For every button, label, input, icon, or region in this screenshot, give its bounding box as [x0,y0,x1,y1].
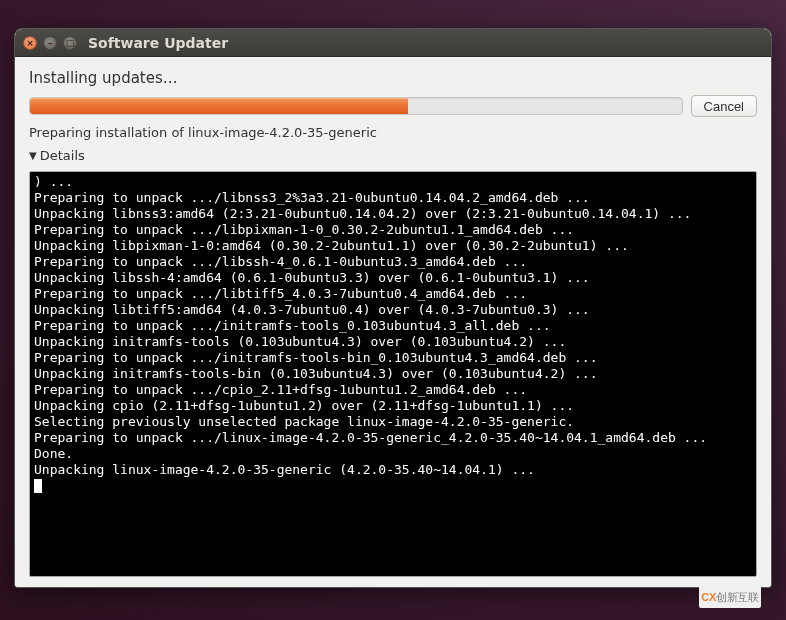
terminal-cursor [34,479,42,493]
content-area: Installing updates… Cancel Preparing ins… [15,57,771,587]
close-icon[interactable]: × [23,36,37,50]
details-label: Details [40,148,85,163]
titlebar[interactable]: × – □ Software Updater [15,29,771,57]
terminal-output[interactable]: ) ... Preparing to unpack .../libnss3_2%… [29,171,757,577]
chevron-down-icon: ▼ [29,151,37,161]
watermark-text: 创新互联 [716,590,759,605]
cancel-button[interactable]: Cancel [691,95,757,117]
page-heading: Installing updates… [29,69,757,87]
watermark-prefix: CX [701,591,716,603]
window-controls: × – □ [23,36,77,50]
details-toggle[interactable]: ▼ Details [29,148,757,163]
status-text: Preparing installation of linux-image-4.… [29,125,757,140]
software-updater-window: × – □ Software Updater Installing update… [14,28,772,588]
progress-bar [29,97,683,115]
minimize-icon[interactable]: – [43,36,57,50]
watermark-logo: CX创新互联 [699,586,761,608]
progress-row: Cancel [29,95,757,117]
window-title: Software Updater [88,35,228,51]
maximize-icon[interactable]: □ [63,36,77,50]
progress-fill [30,98,408,114]
